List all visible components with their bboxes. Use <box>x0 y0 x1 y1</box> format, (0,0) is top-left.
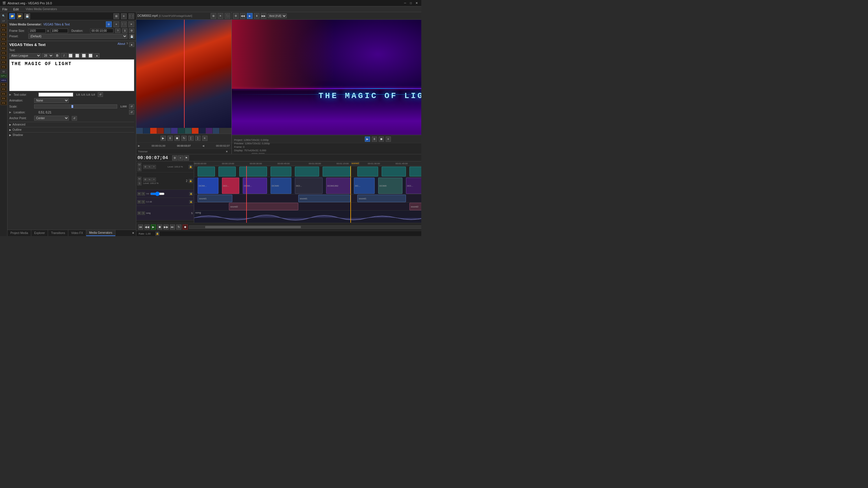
audio2-clip-1[interactable]: sound2 <box>229 203 298 210</box>
scale-reset[interactable]: ↺ <box>129 104 134 109</box>
sidebar-32[interactable]: 32 <box>1 70 7 73</box>
track2-fx1[interactable]: ⊞ <box>143 177 147 182</box>
scale-slider[interactable] <box>34 104 117 108</box>
sidebar-veg[interactable]: VEG <box>1 78 7 82</box>
sidebar-of[interactable]: OF <box>1 19 7 23</box>
tl-stop-btn[interactable]: ⏹ <box>157 225 162 230</box>
song-solo[interactable]: S <box>142 212 145 215</box>
sidebar-fx-4[interactable]: FX <box>1 37 7 41</box>
align-left-btn[interactable]: ⬜ <box>68 53 73 58</box>
trimmer-icon3[interactable]: ⬛ <box>224 13 230 19</box>
tl-play-btn[interactable]: ▶ <box>151 225 156 230</box>
location-reset[interactable]: ↺ <box>129 110 134 115</box>
clip-v2-7[interactable]: DC... <box>354 177 375 194</box>
frame-height-input[interactable] <box>51 29 68 33</box>
details-btn[interactable]: ⋮⋮ <box>128 13 134 19</box>
vt-help-btn[interactable]: ? <box>126 42 128 47</box>
at1-lock[interactable]: 🔒 <box>189 192 193 196</box>
tab-media-generators[interactable]: Media Generators <box>86 230 116 236</box>
scroll-thumb[interactable] <box>205 226 301 228</box>
at1-solo[interactable]: S <box>142 192 145 196</box>
italic-btn[interactable]: I <box>61 53 67 58</box>
clip-v2-6[interactable]: DCIM1392 <box>326 177 350 194</box>
sidebar-fx-5[interactable]: FX <box>1 42 7 46</box>
trim-stop-btn[interactable]: ⏹ <box>175 136 180 141</box>
sidebar-fx-1[interactable]: FX <box>1 24 7 27</box>
clip-v2-4[interactable]: DCIM0 <box>271 177 291 194</box>
at2-mute[interactable]: M <box>137 200 141 204</box>
at1-mute[interactable]: M <box>137 192 141 196</box>
track1-fx1[interactable]: ⊞ <box>143 165 147 169</box>
clip-v1-6[interactable] <box>322 167 350 176</box>
vmg-icon3[interactable]: ⋮⋮ <box>121 22 127 27</box>
anchor-select[interactable]: Center <box>34 116 69 121</box>
duration-input[interactable] <box>90 29 114 33</box>
trim-in-btn[interactable]: [ <box>188 136 193 141</box>
bold-btn[interactable]: B <box>54 53 60 58</box>
tl-settings-btn[interactable]: ⚙ <box>172 155 177 161</box>
trim-out-btn[interactable]: ] <box>195 136 200 141</box>
tab-transitions[interactable]: Transitions <box>48 230 68 236</box>
clip-v2-8[interactable]: DCIM0 <box>378 177 402 194</box>
sidebar-gpu[interactable]: GPU <box>1 74 7 78</box>
align-center-btn[interactable]: ⬜ <box>74 53 80 58</box>
frame-width-input[interactable] <box>28 29 46 33</box>
text-color-swatch[interactable] <box>38 93 73 97</box>
clip-v1-1[interactable] <box>197 167 215 176</box>
sidebar-fx-7[interactable]: FX <box>1 51 7 55</box>
trim-loop-btn[interactable]: ↻ <box>181 136 187 141</box>
trimmer-icon1[interactable]: ⊞ <box>211 13 216 19</box>
sidebar-fx-13[interactable]: FX <box>1 92 7 96</box>
sidebar-fx-14[interactable]: FX <box>1 97 7 100</box>
grid-view-btn[interactable]: ⊞ <box>114 13 119 19</box>
timeline-tracks[interactable]: 00:00:00:00 00:00:15:00 00:00:30:00 00:0… <box>194 161 421 223</box>
sidebar-fx-3[interactable]: FX <box>1 33 7 36</box>
clip-v1-9[interactable] <box>409 167 421 176</box>
tl-add-track-btn[interactable]: + <box>178 155 183 161</box>
sidebar-search[interactable]: 🔍 <box>1 13 7 19</box>
tl-rewind-btn[interactable]: ⏮ <box>138 225 143 230</box>
tab-project-media[interactable]: Project Media <box>7 230 31 236</box>
track1-solo[interactable]: S <box>137 167 142 171</box>
list-view-btn[interactable]: ≡ <box>121 13 127 19</box>
minimize-button[interactable]: ─ <box>403 1 407 5</box>
track1-mute[interactable]: M <box>137 163 142 167</box>
vmg-info-btn[interactable]: ℹ <box>122 28 127 33</box>
clip-v2-5[interactable]: DCI... <box>295 177 322 194</box>
track2-solo[interactable]: S <box>137 182 142 186</box>
clip-v2-2[interactable]: DCI... <box>222 177 239 194</box>
text-color-reset[interactable]: ↺ <box>98 92 103 97</box>
sidebar-fx-9[interactable]: FX <box>1 61 7 64</box>
tab-explorer[interactable]: Explorer <box>31 230 48 236</box>
vmg-icon1[interactable]: ⊞ <box>106 22 112 27</box>
open-btn[interactable]: 📂 <box>17 13 23 19</box>
vmg-icon2[interactable]: ≡ <box>114 22 119 27</box>
snap-btn[interactable]: 🔒 <box>155 232 159 236</box>
align-justify-btn[interactable]: ⬜ <box>88 53 93 58</box>
audio-clip-3[interactable]: sound1 <box>357 195 406 202</box>
tl-fwd-btn[interactable]: ▶▶ <box>163 225 169 230</box>
track1-fx2[interactable]: fx <box>148 165 152 169</box>
trim-play-btn[interactable]: ▶ <box>161 136 166 141</box>
track2-fx2[interactable]: fx <box>148 177 152 182</box>
tl-back-btn[interactable]: ◀◀ <box>144 225 150 230</box>
tabs-close-btn[interactable]: ✕ <box>130 230 136 236</box>
align-right-btn[interactable]: ⬜ <box>81 53 87 58</box>
advanced-expand[interactable]: ▶ Advanced <box>9 122 134 127</box>
song-mute[interactable]: M <box>137 212 141 215</box>
clip-v1-7[interactable] <box>357 167 378 176</box>
preview-play-btn[interactable]: ▶ <box>247 13 253 19</box>
sidebar-fx-15[interactable]: FX <box>1 101 7 105</box>
clip-v1-3[interactable] <box>239 167 267 176</box>
tab-video-fx[interactable]: Video FX <box>68 230 86 236</box>
preset-save-btn[interactable]: 💾 <box>129 34 134 39</box>
menu-edit[interactable]: Edit <box>12 7 20 11</box>
tl-loop-btn[interactable]: ↻ <box>176 225 181 230</box>
clip-v2-9[interactable]: DCI... <box>406 177 421 194</box>
trim-pause-btn[interactable]: ⏸ <box>167 136 173 141</box>
font-size-select[interactable]: 28 <box>42 53 54 58</box>
tl-end-btn[interactable]: ⏭ <box>170 225 175 230</box>
at1-vol-slider[interactable] <box>150 193 165 195</box>
menu-file[interactable]: File <box>1 7 9 11</box>
new-project-btn[interactable]: 📁 <box>9 13 15 19</box>
